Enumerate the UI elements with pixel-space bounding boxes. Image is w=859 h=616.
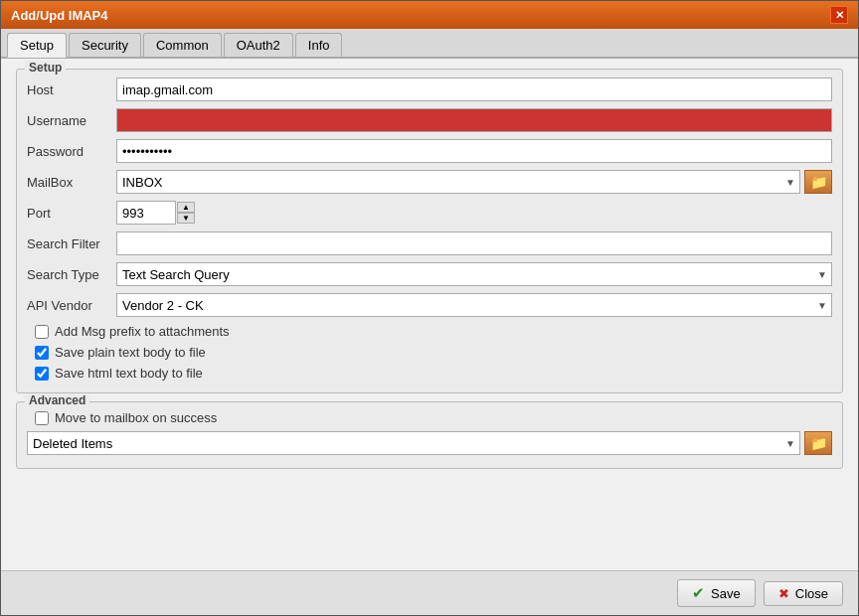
save-plain-text-label: Save plain text body to file [55,345,206,360]
mailbox-folder-button[interactable]: 📁 [804,170,832,194]
title-close-button[interactable]: ✕ [830,6,848,24]
username-label: Username [27,113,116,128]
tab-bar: Setup Security Common OAuth2 Info [1,29,858,59]
save-plain-text-row: Save plain text body to file [35,345,832,360]
dialog-title: Add/Upd IMAP4 [11,8,108,23]
save-html-text-checkbox[interactable] [35,367,49,381]
footer: ✔ Save ✖ Close [1,570,858,615]
search-type-label: Search Type [27,267,116,282]
password-row: Password [27,139,832,163]
deleted-items-folder-button[interactable]: 📁 [804,431,832,455]
add-msg-prefix-row: Add Msg prefix to attachments [35,324,832,339]
tab-oauth2[interactable]: OAuth2 [224,33,293,57]
title-bar: Add/Upd IMAP4 ✕ [1,1,858,29]
advanced-section-label: Advanced [25,393,89,407]
deleted-items-select-wrapper: Deleted Items Trash Archive INBOX ▼ [27,431,800,455]
folder-icon-2: 📁 [810,435,827,451]
close-x-icon: ✖ [778,586,789,601]
mailbox-label: MailBox [27,175,116,190]
api-vendor-row: API Vendor Vendor 1 Vendor 2 - CK Vendor… [27,293,832,317]
mailbox-row: MailBox INBOX Sent Drafts ▼ 📁 [27,170,832,194]
save-html-text-label: Save html text body to file [55,366,203,381]
tab-info[interactable]: Info [295,33,343,57]
save-label: Save [711,586,741,601]
save-button[interactable]: ✔ Save [677,579,756,607]
add-msg-prefix-checkbox[interactable] [35,325,49,339]
move-to-mailbox-row: Move to mailbox on success [35,410,832,425]
save-html-text-row: Save html text body to file [35,366,832,381]
close-button[interactable]: ✖ Close [764,581,843,606]
port-spin-down-button[interactable]: ▼ [177,213,195,224]
save-plain-text-checkbox[interactable] [35,346,49,360]
mailbox-select-wrapper: INBOX Sent Drafts ▼ [116,170,800,194]
host-input[interactable] [116,77,832,101]
folder-icon: 📁 [810,174,827,190]
move-to-mailbox-label: Move to mailbox on success [55,410,217,425]
mailbox-select[interactable]: INBOX Sent Drafts [116,170,800,194]
search-filter-input[interactable] [116,231,832,255]
main-content: Setup Host Username Password MailBox [1,59,858,570]
api-vendor-select[interactable]: Vendor 1 Vendor 2 - CK Vendor 3 [116,293,832,317]
setup-section-label: Setup [25,61,66,75]
search-type-row: Search Type Text Search Query All Messag… [27,262,832,286]
tab-security[interactable]: Security [69,33,141,57]
close-label: Close [795,586,828,601]
search-filter-row: Search Filter [27,231,832,255]
host-row: Host [27,77,832,101]
search-type-select[interactable]: Text Search Query All Messages Unseen Me… [116,262,832,286]
tab-common[interactable]: Common [143,33,222,57]
port-row: Port ▲ ▼ [27,201,832,225]
advanced-section: Advanced Move to mailbox on success Dele… [16,401,843,469]
api-vendor-label: API Vendor [27,298,116,313]
deleted-items-select[interactable]: Deleted Items Trash Archive INBOX [27,431,800,455]
dialog: Add/Upd IMAP4 ✕ Setup Security Common OA… [0,0,859,616]
tab-setup[interactable]: Setup [7,33,67,58]
port-input[interactable] [116,201,176,225]
password-input[interactable] [116,139,832,163]
deleted-items-row: Deleted Items Trash Archive INBOX ▼ 📁 [27,431,832,455]
search-type-select-wrapper: Text Search Query All Messages Unseen Me… [116,262,832,286]
port-spin-up-button[interactable]: ▲ [177,202,195,213]
move-to-mailbox-checkbox[interactable] [35,411,49,425]
username-row: Username [27,108,832,132]
port-spinner: ▲ ▼ [177,202,195,224]
password-label: Password [27,144,116,159]
add-msg-prefix-label: Add Msg prefix to attachments [55,324,230,339]
api-vendor-select-wrapper: Vendor 1 Vendor 2 - CK Vendor 3 ▼ [116,293,832,317]
save-checkmark-icon: ✔ [692,584,705,602]
setup-section: Setup Host Username Password MailBox [16,69,843,393]
host-label: Host [27,82,116,97]
search-filter-label: Search Filter [27,236,116,251]
username-input[interactable] [116,108,832,132]
port-label: Port [27,206,116,221]
